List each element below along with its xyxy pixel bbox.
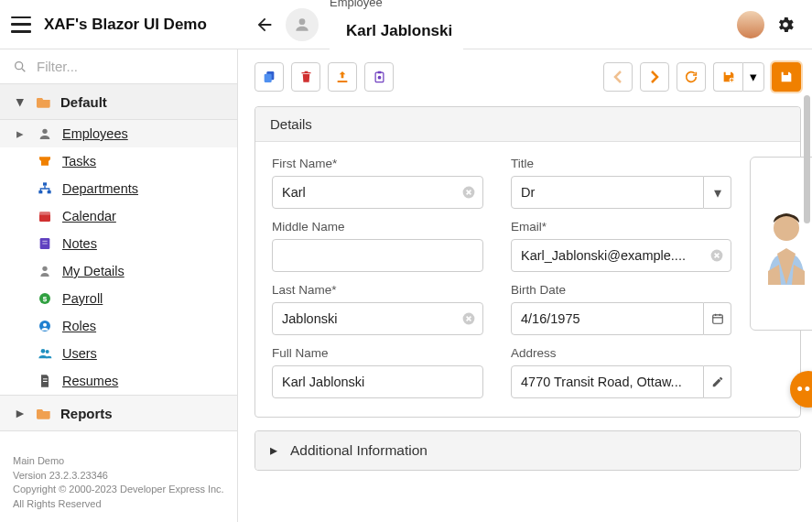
save-dropdown-button[interactable]: ▾ [742, 62, 764, 92]
sidebar-item-my-details[interactable]: My Details [0, 257, 237, 285]
nav-group-reports-label: Reports [60, 406, 113, 421]
top-left: XAF's Blazor UI Demo [0, 16, 238, 34]
save-and-button[interactable] [713, 62, 742, 92]
details-header: Details [255, 107, 800, 142]
sidebar-item-label: Resumes [62, 374, 118, 388]
save-button[interactable] [772, 62, 801, 92]
hamburger-icon[interactable] [11, 16, 31, 33]
sidebar-item-resumes[interactable]: Resumes [0, 367, 237, 395]
sidebar-item-tasks[interactable]: Tasks [0, 147, 237, 175]
search-icon [13, 60, 27, 74]
sidebar-item-departments[interactable]: Departments [0, 175, 237, 202]
sidebar: ▾ Default ▸EmployeesTasksDepartmentsCale… [0, 49, 238, 522]
header-title: Karl Jablonski [330, 9, 463, 53]
details-card: Details First Name* Middle Name Last Nam… [254, 106, 801, 418]
chevron-right-icon: ▸ [13, 126, 27, 141]
edit-icon[interactable] [704, 365, 731, 398]
sidebar-item-calendar[interactable]: Calendar [0, 202, 237, 230]
address-input[interactable]: 4770 Transit Road, Ottaw... [511, 365, 704, 398]
folder-icon [37, 407, 51, 419]
last-name-input[interactable] [272, 302, 483, 335]
doc-icon [37, 373, 53, 389]
folder-icon [37, 95, 51, 108]
last-name-label: Last Name* [272, 283, 483, 297]
chevron-right-icon: ▸ [13, 405, 27, 421]
toolbar: ▾ [254, 62, 801, 92]
sidebar-item-label: Users [62, 346, 97, 361]
birth-date-label: Birth Date [511, 283, 731, 297]
title-select[interactable]: Dr [511, 176, 704, 209]
clear-icon[interactable] [461, 185, 476, 200]
record-avatar [286, 8, 319, 41]
calendar-icon[interactable] [704, 302, 731, 335]
svg-rect-24 [377, 71, 381, 74]
delete-button[interactable] [291, 62, 320, 92]
email-input[interactable] [511, 239, 731, 272]
middle-name-input[interactable] [272, 239, 483, 272]
gear-icon[interactable] [775, 15, 796, 35]
middle-name-label: Middle Name [272, 220, 483, 234]
top-right: Employee Karl Jablonski [238, 0, 812, 53]
svg-rect-4 [43, 182, 47, 185]
clear-icon[interactable] [461, 311, 476, 326]
header-text: Employee Karl Jablonski [330, 0, 463, 53]
person-icon [37, 125, 53, 142]
nav-group-default-label: Default [60, 94, 107, 110]
svg-point-12 [42, 266, 47, 271]
svg-rect-20 [43, 381, 48, 382]
scrollbar[interactable] [803, 49, 810, 522]
refresh-button[interactable] [677, 62, 706, 92]
svg-point-16 [43, 323, 47, 327]
sidebar-item-roles[interactable]: Roles [0, 312, 237, 340]
filter-box[interactable] [0, 49, 237, 84]
sidebar-footer: Main Demo Version 23.2.3.23346 Copyright… [0, 443, 237, 522]
footer-line: Main Demo [13, 454, 224, 468]
first-name-input[interactable] [272, 176, 483, 209]
calendar-icon [37, 208, 53, 224]
chevron-down-icon: ▾ [13, 93, 27, 110]
header-subtitle: Employee [330, 0, 463, 9]
dropdown-icon[interactable]: ▾ [704, 176, 731, 209]
nav-group-default[interactable]: ▾ Default [0, 84, 237, 120]
sidebar-item-users[interactable]: Users [0, 340, 237, 367]
next-button[interactable] [640, 62, 669, 92]
birth-date-input[interactable] [511, 302, 704, 335]
svg-point-0 [299, 18, 306, 25]
sidebar-item-payroll[interactable]: $Payroll [0, 285, 237, 312]
svg-rect-8 [39, 212, 50, 214]
nav-group-reports[interactable]: ▸ Reports [0, 395, 237, 431]
footer-line: Version 23.2.3.23346 [13, 469, 224, 483]
clear-icon[interactable] [709, 248, 724, 263]
title-label: Title [511, 157, 731, 170]
audit-button[interactable] [364, 62, 394, 92]
svg-rect-5 [38, 190, 42, 193]
svg-line-2 [22, 69, 25, 71]
sidebar-item-label: Departments [62, 181, 138, 196]
svg-rect-22 [265, 74, 272, 82]
svg-rect-30 [712, 315, 722, 323]
sidebar-item-label: Calendar [62, 209, 116, 223]
back-arrow-icon[interactable] [254, 15, 275, 35]
full-name-label: Full Name [272, 346, 483, 360]
first-name-label: First Name* [272, 157, 483, 170]
footer-line: Copyright © 2000-2023 Developer Express … [13, 483, 224, 496]
svg-point-25 [377, 76, 381, 80]
footer-line: All Rights Reserved [13, 497, 224, 511]
full-name-input[interactable] [272, 365, 483, 398]
copy-button[interactable] [254, 62, 284, 92]
save-split-button[interactable]: ▾ [713, 62, 764, 92]
additional-info-label: Additional Information [290, 442, 428, 459]
svg-point-1 [16, 61, 23, 69]
svg-rect-6 [48, 190, 51, 193]
prev-button[interactable] [603, 62, 633, 92]
export-button[interactable] [328, 62, 357, 92]
sidebar-item-label: Payroll [62, 291, 103, 306]
filter-input[interactable] [37, 59, 224, 74]
svg-rect-19 [43, 378, 48, 379]
additional-info-accordion[interactable]: ▸ Additional Information [254, 430, 801, 471]
sidebar-item-employees[interactable]: ▸Employees [0, 120, 237, 147]
user-avatar[interactable] [737, 11, 764, 38]
svg-point-17 [41, 349, 46, 353]
sidebar-item-notes[interactable]: Notes [0, 230, 237, 257]
circle-user-icon [37, 318, 53, 334]
